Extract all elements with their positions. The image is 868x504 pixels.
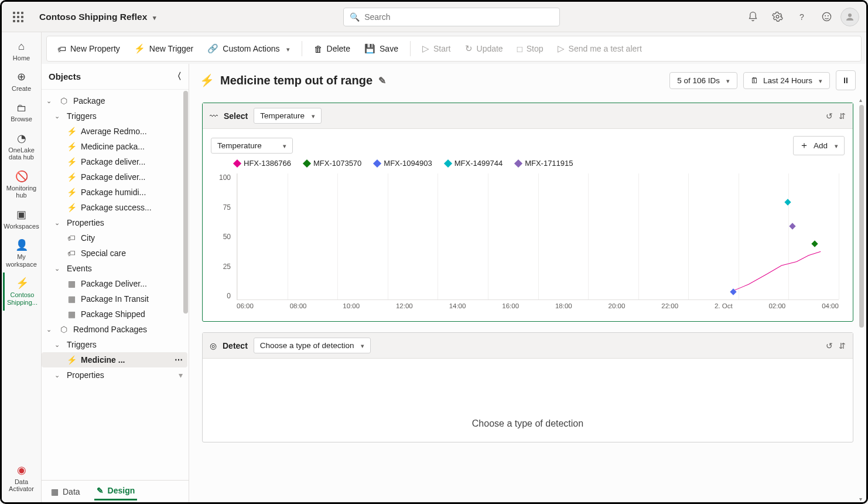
stop-button: □Stop: [511, 40, 549, 57]
tab-design[interactable]: ✎Design: [94, 482, 138, 500]
id-filter-dropdown[interactable]: 5 of 106 IDs: [669, 72, 737, 89]
account-avatar[interactable]: [840, 8, 859, 26]
help-icon[interactable]: ?: [791, 6, 812, 28]
svg-point-0: [776, 15, 779, 18]
nav-workspaces[interactable]: ▣Workspaces: [3, 204, 40, 234]
tree-header-properties[interactable]: ⌄Properties▾: [42, 367, 187, 383]
command-ribbon: 🏷New Property ⚡New Trigger 🔗Custom Actio…: [46, 36, 862, 62]
tree-item-package[interactable]: ⌄⬡Package: [42, 93, 187, 108]
search-input[interactable]: [364, 12, 553, 22]
save-button[interactable]: 💾Save: [358, 40, 404, 57]
select-property-dropdown[interactable]: Temperature: [254, 108, 322, 124]
tree-trigger-item[interactable]: ⚡Medicine packa...: [42, 139, 187, 154]
update-button: ↻Update: [459, 40, 509, 57]
footer-tabs: ▦Data ✎Design: [42, 480, 189, 502]
nav-create[interactable]: ⊕Create: [3, 66, 40, 97]
nav-onelake[interactable]: ◔OneLake data hub: [3, 128, 40, 166]
nav-data-activator[interactable]: ◉Data Activator: [3, 459, 40, 498]
metric-dropdown[interactable]: Temperature: [211, 138, 293, 154]
detect-card: ◎ Detect Choose a type of detection ↺ ⇵ …: [202, 332, 853, 442]
more-icon[interactable]: ⋯: [175, 355, 183, 365]
tree-header-events[interactable]: ⌄Events: [42, 261, 187, 276]
feedback-icon[interactable]: [816, 6, 837, 28]
nav-home[interactable]: ⌂Home: [3, 36, 40, 66]
detect-title: Detect: [223, 341, 248, 350]
divider: [410, 41, 411, 56]
nav-my-workspace[interactable]: 👤My workspace: [3, 234, 40, 273]
svg-point-1: [822, 12, 831, 21]
topbar: Contoso Shipping Reflex 🔍 ?: [2, 2, 866, 32]
workspace-title-label: Contoso Shipping Reflex: [39, 12, 147, 22]
new-property-button[interactable]: 🏷New Property: [52, 40, 126, 57]
send-test-alert-button: ▷Send me a test alert: [552, 40, 648, 57]
collapse-icon[interactable]: ⇵: [839, 341, 846, 350]
tree-event-item[interactable]: ▦Package Shipped: [42, 307, 187, 322]
objects-panel: Objects 〈 ⌄⬡Package ⌄Triggers ⚡Average R…: [42, 64, 189, 502]
search-icon: 🔍: [350, 12, 360, 22]
tab-data[interactable]: ▦Data: [49, 483, 83, 500]
chart-legend: HFX-1386766MFX-1073570MFX-1094903MFX-149…: [211, 155, 845, 173]
app-launcher-icon[interactable]: [9, 8, 28, 26]
time-range-dropdown[interactable]: 🗓Last 24 Hours: [743, 72, 830, 89]
objects-tree: ⌄⬡Package ⌄Triggers ⚡Average Redmo... ⚡M…: [42, 90, 189, 480]
delete-button[interactable]: 🗑Delete: [308, 40, 356, 57]
tree-trigger-item-selected[interactable]: ⚡Medicine ...⋯: [42, 352, 187, 367]
svg-point-3: [828, 16, 828, 16]
tree-property-item[interactable]: 🏷Special care: [42, 246, 187, 261]
nav-contoso-shipping[interactable]: ⚡Contoso Shipping...: [3, 273, 40, 311]
svg-point-4: [848, 13, 852, 17]
tree-trigger-item[interactable]: ⚡Package deliver...: [42, 169, 187, 185]
temperature-chart: 1007550250 06:0008:0010:0012:0014:0016:0…: [211, 173, 845, 314]
edit-title-icon[interactable]: ✎: [378, 75, 386, 86]
new-trigger-button[interactable]: ⚡New Trigger: [128, 40, 199, 57]
select-icon: 〰: [210, 111, 218, 121]
detect-type-dropdown[interactable]: Choose a type of detection: [254, 338, 371, 353]
left-nav-rail: ⌂Home ⊕Create 🗀Browse ◔OneLake data hub …: [2, 32, 42, 502]
undo-icon[interactable]: ↺: [826, 111, 833, 121]
undo-icon[interactable]: ↺: [826, 341, 833, 350]
tree-trigger-item[interactable]: ⚡Package success...: [42, 200, 187, 215]
search-box[interactable]: 🔍: [343, 8, 560, 26]
add-button[interactable]: ＋Add: [793, 136, 845, 155]
notifications-icon[interactable]: [742, 6, 763, 28]
page-title: Medicine temp out of range: [220, 74, 373, 87]
pause-button[interactable]: ⏸: [836, 70, 856, 90]
nav-monitoring[interactable]: 🚫Monitoring hub: [3, 166, 40, 204]
tree-trigger-item[interactable]: ⚡Average Redmo...: [42, 124, 187, 139]
detect-placeholder: Choose a type of detection: [211, 366, 845, 435]
canvas: ⚡ Medicine temp out of range ✎ 5 of 106 …: [189, 64, 866, 502]
tree-header-properties[interactable]: ⌄Properties: [42, 215, 187, 230]
objects-panel-title: Objects: [49, 71, 81, 81]
start-button: ▷Start: [416, 40, 457, 57]
bolt-icon: ⚡: [200, 73, 214, 87]
select-card: 〰 Select Temperature ↺ ⇵ Temperat: [202, 103, 853, 322]
chevron-down-icon: [151, 12, 156, 22]
workspace-title-dropdown[interactable]: Contoso Shipping Reflex: [35, 9, 161, 25]
detect-icon: ◎: [210, 341, 217, 350]
calendar-icon: 🗓: [751, 76, 759, 85]
tree-trigger-item[interactable]: ⚡Package deliver...: [42, 154, 187, 169]
tree-property-item[interactable]: 🏷City: [42, 230, 187, 246]
tree-header-triggers[interactable]: ⌄Triggers: [42, 337, 187, 352]
tree-item-redmond[interactable]: ⌄⬡Redmond Packages: [42, 322, 187, 337]
tree-header-triggers[interactable]: ⌄Triggers: [42, 108, 187, 124]
tree-event-item[interactable]: ▦Package In Transit: [42, 291, 187, 307]
custom-actions-button[interactable]: 🔗Custom Actions: [201, 40, 295, 57]
tree-event-item[interactable]: ▦Package Deliver...: [42, 276, 187, 291]
collapse-panel-icon[interactable]: 〈: [173, 71, 182, 82]
collapse-icon[interactable]: ⇵: [839, 111, 846, 121]
canvas-scrollbar[interactable]: ▴ ▾: [858, 97, 865, 502]
divider: [302, 41, 302, 56]
nav-browse[interactable]: 🗀Browse: [3, 97, 40, 128]
settings-icon[interactable]: [767, 6, 788, 28]
tree-scrollbar[interactable]: [183, 90, 189, 502]
tree-trigger-item[interactable]: ⚡Package humidi...: [42, 185, 187, 200]
svg-point-2: [825, 16, 825, 16]
select-title: Select: [224, 111, 248, 121]
